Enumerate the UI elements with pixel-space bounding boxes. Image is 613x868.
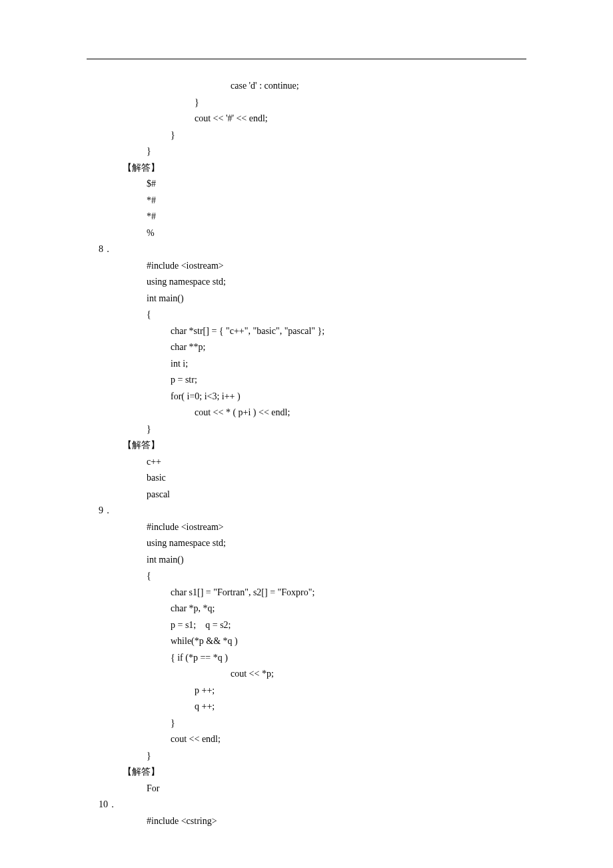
code-line: q ++; [87, 699, 526, 715]
code-line: cout << '#' << endl; [87, 111, 526, 127]
code-line: using namespace std; [87, 535, 526, 552]
code-line: using namespace std; [87, 274, 526, 291]
code-line: cout << *p; [87, 666, 526, 683]
page-divider [87, 59, 526, 59]
code-line: cout << endl; [87, 731, 526, 748]
code-line: while(*p && *q ) [87, 633, 526, 650]
code-line: } [87, 715, 526, 732]
code-line: p = str; [87, 372, 526, 389]
code-line: int i; [87, 356, 526, 373]
code-line: p ++; [87, 683, 526, 699]
output-line: basic [87, 470, 526, 487]
code-line: { [87, 568, 526, 585]
question-number-10: 10． [87, 797, 526, 813]
document-page: case 'd' : continue; } cout << '#' << en… [0, 0, 613, 868]
answer-header: 【解答】 [87, 437, 526, 454]
code-line: p = s1; q = s2; [87, 617, 526, 634]
code-line: int main() [87, 552, 526, 569]
code-line: char **p; [87, 339, 526, 356]
code-line: char *str[] = { "c++", "basic", "pascal"… [87, 323, 526, 340]
output-line: pascal [87, 487, 526, 503]
code-line: { [87, 307, 526, 323]
output-line: For [87, 781, 526, 797]
code-line: { if (*p == *q ) [87, 650, 526, 667]
code-line: cout << * ( p+i ) << endl; [87, 405, 526, 421]
answer-header: 【解答】 [87, 764, 526, 781]
code-line: } [87, 421, 526, 438]
output-line: *# [87, 209, 526, 225]
code-line: #include <cstring> [87, 813, 526, 830]
code-line: char s1[] = "Fortran", s2[] = "Foxpro"; [87, 585, 526, 601]
output-line: $# [87, 176, 526, 193]
code-line: } [87, 748, 526, 765]
code-line: case 'd' : continue; [87, 78, 526, 95]
question-number-8: 8． [87, 241, 526, 258]
code-line: for( i=0; i<3; i++ ) [87, 389, 526, 405]
question-number-9: 9． [87, 503, 526, 519]
output-line: *# [87, 193, 526, 209]
code-line: #include <iostream> [87, 519, 526, 536]
answer-header: 【解答】 [87, 160, 526, 177]
code-line: #include <iostream> [87, 258, 526, 275]
code-line: } [87, 143, 526, 160]
output-line: % [87, 225, 526, 242]
code-line: } [87, 95, 526, 111]
code-line: } [87, 127, 526, 144]
code-line: int main() [87, 291, 526, 307]
code-line: char *p, *q; [87, 601, 526, 617]
output-line: c++ [87, 454, 526, 471]
